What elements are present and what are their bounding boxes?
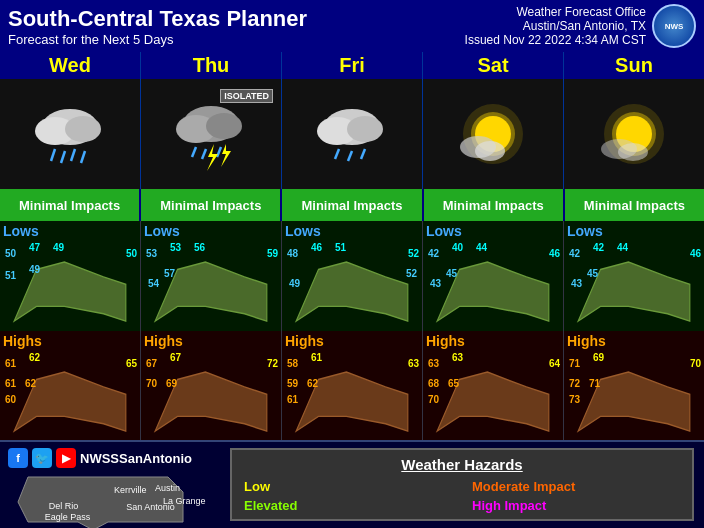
- svg-marker-14: [221, 144, 231, 167]
- svg-marker-35: [296, 262, 408, 321]
- main-container: South-Central Texas Planner Forecast for…: [0, 0, 704, 528]
- lows-thu: Lows 53 53 56 59 57 54: [141, 221, 281, 331]
- lows-wed: Lows 50 47 49 50 51 49: [0, 221, 140, 331]
- city-delrio: Del Rio: [49, 501, 79, 511]
- hazards-grid: Low Moderate Impact Elevated High Impact: [244, 479, 680, 513]
- icon-thu: ISOLATED: [141, 79, 282, 189]
- svg-line-3: [51, 149, 55, 161]
- impact-fri: Minimal Impacts: [282, 189, 423, 221]
- temps-sun: Lows 42 42 44 46 45 43: [564, 221, 704, 440]
- day-thu: Thu: [141, 52, 282, 79]
- city-map: Kerrville Austin La Grange Del Rio San A…: [8, 472, 212, 528]
- footer: f 🐦 ▶ NWSSSanAntonio Kerrville Austin La…: [0, 440, 704, 528]
- isolated-badge: ISOLATED: [220, 89, 273, 103]
- hazard-low: Low: [244, 479, 452, 494]
- highs-wed: Highs 61 62 65 61 62 60: [0, 331, 140, 441]
- impact-sun: Minimal Impacts: [565, 189, 704, 221]
- icons-row: ISOLATED: [0, 79, 704, 189]
- svg-point-17: [347, 116, 383, 142]
- page-title: South-Central Texas Planner: [8, 6, 307, 32]
- impact-thu: Minimal Impacts: [141, 189, 282, 221]
- rain-icon-fri: [307, 89, 397, 179]
- icon-wed: [0, 79, 141, 189]
- icon-fri: [282, 79, 423, 189]
- svg-marker-13: [207, 144, 218, 171]
- svg-line-11: [202, 149, 206, 159]
- social-row: f 🐦 ▶ NWSSSanAntonio: [8, 448, 212, 468]
- icon-sun: [564, 79, 704, 189]
- header: South-Central Texas Planner Forecast for…: [0, 0, 704, 52]
- hazard-moderate: Moderate Impact: [472, 479, 680, 494]
- header-left: South-Central Texas Planner Forecast for…: [8, 6, 307, 47]
- footer-right: Weather Hazards Low Moderate Impact Elev…: [220, 442, 704, 528]
- impact-sat: Minimal Impacts: [424, 189, 565, 221]
- sunny-icon-sat: [448, 89, 538, 179]
- day-wed: Wed: [0, 52, 141, 79]
- office-info: Weather Forecast Office Austin/San Anton…: [465, 5, 646, 47]
- svg-line-20: [361, 149, 365, 159]
- highs-sun: Highs 71 69 70 72 71 73: [564, 331, 704, 441]
- hazard-elevated: Elevated: [244, 498, 452, 513]
- temps-section: Lows 50 47 49 50 51 49: [0, 221, 704, 440]
- highs-fri: Highs 58 61 63 59 62 61: [282, 331, 422, 441]
- days-header: Wed Thu Fri Sat Sun: [0, 52, 704, 79]
- city-austin: Austin: [155, 483, 180, 493]
- sunny-icon-sun: [589, 89, 679, 179]
- impact-wed: Minimal Impacts: [0, 189, 141, 221]
- svg-point-25: [475, 141, 505, 161]
- lows-fri: Lows 48 46 51 52 52 49: [282, 221, 422, 331]
- highs-sat: Highs 63 63 64 68 65 70: [423, 331, 563, 441]
- svg-line-12: [217, 147, 221, 157]
- twitter-icon[interactable]: 🐦: [32, 448, 52, 468]
- svg-line-18: [335, 149, 339, 159]
- page-subtitle: Forecast for the Next 5 Days: [8, 32, 307, 47]
- city-sanantonio: San Antonio: [126, 502, 175, 512]
- temps-fri: Lows 48 46 51 52 52 49: [282, 221, 423, 440]
- svg-point-9: [206, 113, 242, 139]
- temps-sat: Lows 42 40 44 46 45 43: [423, 221, 564, 440]
- lows-sat: Lows 42 40 44 46 45 43: [423, 221, 563, 331]
- city-kerrville: Kerrville: [114, 485, 147, 495]
- hazard-high: High Impact: [472, 498, 680, 513]
- svg-point-30: [618, 143, 648, 161]
- impacts-row: Minimal Impacts Minimal Impacts Minimal …: [0, 189, 704, 221]
- svg-line-10: [192, 147, 196, 157]
- temps-thu: Lows 53 53 56 59 57 54: [141, 221, 282, 440]
- nws-logo: NWS: [652, 4, 696, 48]
- temps-wed: Lows 50 47 49 50 51 49: [0, 221, 141, 440]
- social-label: NWSSSanAntonio: [80, 451, 192, 466]
- svg-line-4: [61, 151, 65, 163]
- day-sun: Sun: [564, 52, 704, 79]
- day-fri: Fri: [282, 52, 423, 79]
- hazards-title: Weather Hazards: [244, 456, 680, 473]
- footer-left: f 🐦 ▶ NWSSSanAntonio Kerrville Austin La…: [0, 442, 220, 528]
- svg-line-19: [348, 151, 352, 161]
- header-right: Weather Forecast Office Austin/San Anton…: [465, 4, 696, 48]
- icon-sat: [423, 79, 564, 189]
- facebook-icon[interactable]: f: [8, 448, 28, 468]
- youtube-icon[interactable]: ▶: [56, 448, 76, 468]
- lows-sun: Lows 42 42 44 46 45 43: [564, 221, 704, 331]
- svg-point-2: [65, 116, 101, 142]
- city-eaglepass: Eagle Pass: [45, 512, 91, 522]
- highs-thu: Highs 67 67 72 70 69: [141, 331, 281, 441]
- svg-line-6: [81, 151, 85, 163]
- day-sat: Sat: [423, 52, 564, 79]
- svg-line-5: [71, 149, 75, 161]
- rain-icon-wed: [25, 89, 115, 179]
